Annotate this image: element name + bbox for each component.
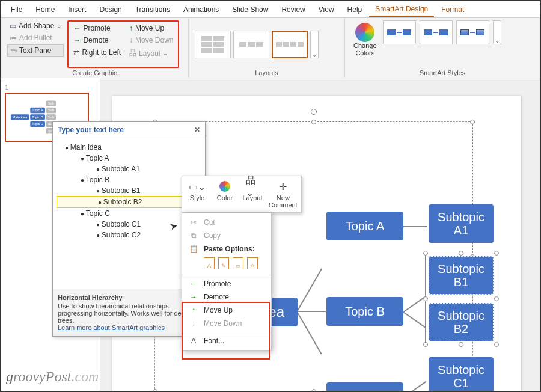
node-sub-b1[interactable]: Subtopic B1 [429,256,494,295]
resize-handle[interactable] [470,120,475,124]
style-option-3[interactable] [456,20,489,44]
add-shape-button[interactable]: ▭Add Shape [7,20,64,31]
text-pane-header: Type your text here ✕ [53,122,205,138]
paste-option-3[interactable]: ▭ [233,257,243,269]
resize-handle[interactable] [494,296,499,301]
layout-gallery-dropdown[interactable]: ⌄ [310,31,319,58]
rotate-handle[interactable] [311,109,317,115]
paste-option-1[interactable]: A [204,257,215,269]
arrow-right-icon [73,36,81,44]
style-option-1[interactable] [383,20,416,44]
mt-color-label: Color [217,194,233,201]
tab-design[interactable]: Design [93,3,127,16]
tp-item-topic-a[interactable]: Topic A [55,153,203,164]
ctx-move-down: Move Down [182,317,271,330]
paste-option-4[interactable]: A [247,257,258,269]
scissors-icon: ✂ [188,218,199,227]
node-topic-b[interactable]: Topic B [326,297,403,326]
ribbon: ▭Add Shape ≔Add Bullet ▭Text Pane Promot… [1,18,540,78]
color-icon [218,180,231,193]
tab-slideshow[interactable]: Slide Show [226,3,274,16]
tab-home[interactable]: Home [29,3,61,16]
node-topic-a[interactable]: Topic A [326,212,403,240]
menu-tabs: File Home Insert Design Transitions Anim… [1,1,540,18]
node-sub-c1[interactable]: Subtopic C1 [429,357,494,391]
promote-button[interactable]: Promote [71,23,123,34]
comment-icon: ✛ [277,180,290,193]
style-option-2[interactable] [420,20,453,44]
ctx-copy: ⧉Copy [182,229,271,242]
layout-option-1[interactable] [195,31,231,58]
layout-label: Layout [139,49,160,58]
resize-handle[interactable] [423,251,428,256]
tab-insert[interactable]: Insert [62,3,92,16]
rtl-label: Right to Left [82,48,121,57]
ctx-font[interactable]: AFont... [182,334,271,348]
mt-layout[interactable]: 品⌄Layout [241,180,264,209]
resize-handle[interactable] [423,342,428,347]
node-topic-c[interactable]: Topic C [326,382,403,391]
ctx-movedown-label: Move Down [204,319,242,328]
slide-number: 1 [5,84,8,91]
resize-handle[interactable] [494,342,499,347]
tp-foot-link[interactable]: Learn more about SmartArt graphics [58,324,165,331]
mt-color[interactable]: Color [213,180,236,209]
resize-handle[interactable] [423,296,428,301]
connector [297,311,326,312]
tp-item-sub-b2-selected[interactable]: Subtopic B2 [57,196,201,208]
arrow-left-icon [73,24,81,32]
ctx-demote-label: Demote [204,293,229,301]
resize-handle[interactable] [311,389,316,391]
layout-option-2[interactable] [233,31,269,58]
styles-gallery-dropdown[interactable]: ⌄ [493,20,501,44]
resize-handle[interactable] [153,389,157,391]
close-icon[interactable]: ✕ [194,126,200,134]
arrow-down-icon [188,319,199,328]
paste-option-2[interactable]: ✎ [218,257,229,269]
group-label-styles: SmartArt Styles [351,68,534,76]
tp-item-sub-c2[interactable]: Subtopic C2 [55,230,203,240]
tp-item-main[interactable]: Main idea [55,142,203,153]
tab-view[interactable]: View [313,3,340,16]
node-sub-a1[interactable]: Subtopic A1 [429,204,494,243]
arrow-up-icon [129,24,133,32]
ribbon-group-create: ▭Add Shape ≔Add Bullet ▭Text Pane Promot… [1,18,189,78]
tab-transitions[interactable]: Transitions [129,3,176,16]
ctx-move-up[interactable]: Move Up [182,304,271,317]
demote-button[interactable]: Demote [71,35,123,46]
resize-handle[interactable] [311,120,316,124]
node-sub-b2-selected[interactable]: Subtopic B2 [429,303,494,341]
tp-foot-body: Use to show hierarchical relationships p… [58,302,198,324]
text-pane-button[interactable]: ▭Text Pane [7,44,64,57]
resize-handle[interactable] [459,251,463,256]
tp-item-topic-b[interactable]: Topic B [55,174,203,185]
tab-smartart-design[interactable]: SmartArt Design [369,2,434,17]
tp-item-topic-c[interactable]: Topic C [55,208,203,219]
promote-demote-highlight: Promote Demote Right to Left Move Up Mov… [67,20,179,68]
ribbon-group-layouts: ⌄ Layouts [189,18,345,78]
mt-new-comment[interactable]: ✛New Comment [269,180,298,209]
text-pane-title: Type your text here [58,126,124,134]
mt-style[interactable]: ▭⌄Style [186,180,209,209]
layout-button: 品Layout [127,47,176,60]
resize-handle[interactable] [459,342,463,347]
ctx-font-label: Font... [204,337,224,345]
layout-icon: 品⌄ [246,180,259,193]
palette-icon [355,23,374,42]
change-colors-button[interactable]: Change Colors [351,20,379,59]
tab-format[interactable]: Format [435,3,470,16]
tp-item-sub-a1[interactable]: Subtopic A1 [55,164,203,174]
ctx-demote[interactable]: Demote [182,290,271,304]
move-up-button[interactable]: Move Up [127,23,176,34]
clipboard-icon: 📋 [188,245,199,253]
layout-option-3-selected[interactable] [272,31,308,58]
tp-item-sub-b1[interactable]: Subtopic B1 [55,185,203,196]
resize-handle[interactable] [494,251,499,256]
rtl-button[interactable]: Right to Left [71,47,123,58]
ctx-promote[interactable]: Promote [182,277,271,290]
tab-help[interactable]: Help [341,3,368,16]
tp-item-sub-c1[interactable]: Subtopic C1 [55,219,203,230]
tab-review[interactable]: Review [275,3,311,16]
tab-animations[interactable]: Animations [177,3,225,16]
tab-file[interactable]: File [5,3,28,16]
